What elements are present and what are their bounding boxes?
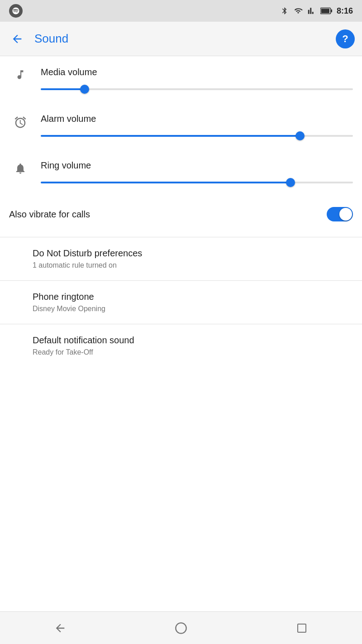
- do-not-disturb-title: Do Not Disturb preferences: [33, 248, 353, 259]
- ring-volume-control: Ring volume: [41, 160, 353, 187]
- phone-ringtone-subtitle: Disney Movie Opening: [33, 305, 353, 313]
- media-slider-track: [41, 88, 353, 90]
- alarm-volume-label: Alarm volume: [41, 114, 353, 124]
- ring-slider-thumb[interactable]: [286, 178, 295, 187]
- wifi-icon: [293, 7, 303, 15]
- nav-recents-button[interactable]: [288, 615, 315, 642]
- help-button[interactable]: ?: [336, 29, 355, 48]
- spotify-icon: [9, 4, 23, 18]
- volume-section: Media volume Alarm volume: [0, 56, 362, 237]
- toggle-thumb: [339, 208, 352, 221]
- phone-ringtone-item[interactable]: Phone ringtone Disney Movie Opening: [0, 281, 362, 324]
- notification-sound-subtitle: Ready for Take-Off: [33, 348, 353, 356]
- svg-rect-2: [331, 10, 332, 13]
- status-bar: 8:16: [0, 0, 362, 22]
- music-note-icon: [9, 67, 32, 82]
- ring-slider-fill: [41, 182, 291, 183]
- svg-rect-1: [321, 9, 329, 13]
- svg-point-3: [176, 623, 186, 633]
- signal-icon: [308, 7, 316, 15]
- do-not-disturb-subtitle: 1 automatic rule turned on: [33, 261, 353, 269]
- bell-icon: [9, 160, 32, 176]
- phone-ringtone-title: Phone ringtone: [33, 292, 353, 302]
- ring-volume-slider[interactable]: [41, 178, 353, 187]
- media-slider-thumb[interactable]: [80, 85, 89, 94]
- status-time: 8:16: [337, 6, 353, 16]
- alarm-volume-item: Alarm volume: [0, 103, 362, 149]
- media-volume-label: Media volume: [41, 67, 353, 77]
- ring-volume-label: Ring volume: [41, 160, 353, 171]
- media-volume-slider[interactable]: [41, 85, 353, 94]
- alarm-volume-slider[interactable]: [41, 131, 353, 140]
- alarm-slider-thumb[interactable]: [295, 131, 305, 140]
- notification-sound-title: Default notification sound: [33, 335, 353, 346]
- vibrate-toggle[interactable]: [327, 207, 353, 221]
- vibrate-row: Also vibrate for calls: [0, 196, 362, 232]
- main-content: Media volume Alarm volume: [0, 56, 362, 611]
- back-button[interactable]: [7, 29, 27, 49]
- vibrate-label: Also vibrate for calls: [9, 209, 327, 220]
- ring-volume-item: Ring volume: [0, 149, 362, 196]
- nav-back-button[interactable]: [47, 615, 74, 642]
- status-bar-right: 8:16: [281, 6, 353, 16]
- alarm-slider-track: [41, 135, 353, 137]
- status-bar-left: [9, 4, 23, 18]
- alarm-icon: [9, 114, 32, 129]
- ring-slider-track: [41, 182, 353, 183]
- page-title: Sound: [34, 32, 336, 46]
- media-volume-item: Media volume: [0, 56, 362, 103]
- notification-sound-item[interactable]: Default notification sound Ready for Tak…: [0, 324, 362, 367]
- media-slider-fill: [41, 88, 85, 90]
- nav-home-button[interactable]: [167, 615, 195, 642]
- alarm-slider-fill: [41, 135, 300, 137]
- do-not-disturb-item[interactable]: Do Not Disturb preferences 1 automatic r…: [0, 237, 362, 280]
- bottom-nav: [0, 611, 362, 644]
- alarm-volume-control: Alarm volume: [41, 114, 353, 140]
- bluetooth-icon: [281, 6, 289, 16]
- media-volume-control: Media volume: [41, 67, 353, 94]
- app-bar: Sound ?: [0, 22, 362, 56]
- svg-rect-4: [298, 624, 306, 632]
- battery-icon: [320, 7, 332, 15]
